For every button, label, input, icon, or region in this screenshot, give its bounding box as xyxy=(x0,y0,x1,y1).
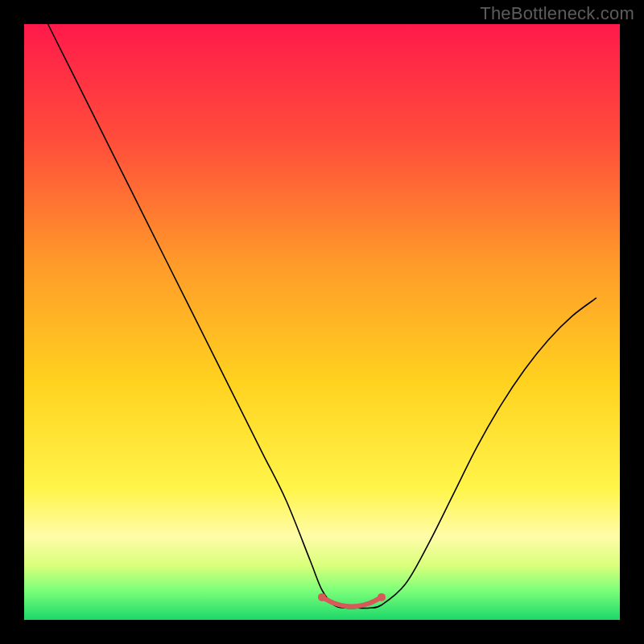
endpoint-dot xyxy=(378,593,386,601)
watermark-text: TheBottleneck.com xyxy=(480,3,634,24)
chart-frame: TheBottleneck.com xyxy=(0,0,644,644)
plot-background xyxy=(24,24,620,620)
endpoint-dot xyxy=(318,593,326,601)
bottleneck-chart xyxy=(0,0,644,644)
